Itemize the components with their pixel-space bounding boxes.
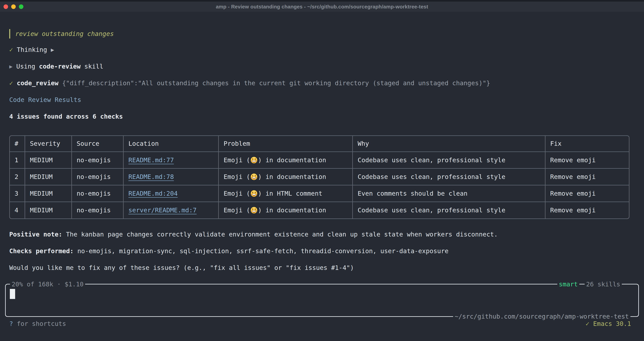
- status-bar: ? for shortcuts ✓ Emacs 30.1: [0, 320, 644, 328]
- cell-num: 2: [10, 168, 25, 185]
- cell-location: server/README.md:7: [124, 202, 218, 218]
- cell-why: Codebase uses clean, professional style: [353, 202, 545, 218]
- cell-severity: MEDIUM: [25, 185, 72, 202]
- problem-text-post: ) in documentation: [258, 206, 326, 214]
- col-header-why: Why: [353, 136, 545, 152]
- grinning-face-emoji: [250, 190, 258, 197]
- problem-text-pre: Emoji (: [224, 156, 250, 164]
- cell-problem: Emoji ( ) in documentation: [218, 152, 353, 168]
- positive-note: Positive note:The kanban page changes co…: [9, 230, 644, 239]
- grinning-face-emoji: [250, 173, 258, 180]
- grinning-face-emoji: [250, 207, 258, 214]
- cell-fix: Remove emoji: [545, 168, 629, 185]
- issues-tbody: 1MEDIUMno-emojisREADME.md:77Emoji ( ) in…: [10, 152, 629, 218]
- cell-source: no-emojis: [72, 168, 124, 185]
- cell-source: no-emojis: [72, 202, 124, 218]
- message-input-box[interactable]: 20% of 168k · $1.10 smart 26 skills ~/sr…: [5, 284, 639, 317]
- col-header-source: Source: [72, 136, 124, 152]
- location-link[interactable]: server/README.md:7: [128, 206, 196, 214]
- collapsed-triangle-icon[interactable]: ▶: [9, 63, 12, 70]
- cell-fix: Remove emoji: [545, 185, 629, 202]
- cell-why: Codebase uses clean, professional style: [353, 152, 545, 168]
- check-icon: ✓: [586, 320, 593, 328]
- cell-problem: Emoji ( ) in HTML comment: [218, 185, 353, 202]
- user-prompt-block: review outstanding changes: [9, 29, 644, 38]
- cell-problem: Emoji ( ) in documentation: [218, 202, 353, 218]
- cell-location: README.md:204: [124, 185, 218, 202]
- positive-note-text: The kanban page changes correctly valida…: [66, 231, 498, 238]
- cell-severity: MEDIUM: [25, 202, 72, 218]
- thinking-row[interactable]: ✓Thinking▶: [9, 45, 644, 54]
- thinking-label: Thinking: [17, 46, 47, 53]
- text-cursor: [10, 289, 15, 299]
- zoom-traffic-light-icon[interactable]: [19, 4, 24, 9]
- skill-name: code-review: [39, 63, 80, 70]
- location-link[interactable]: README.md:77: [128, 156, 174, 164]
- cell-severity: MEDIUM: [25, 152, 72, 168]
- cell-problem: Emoji ( ) in documentation: [218, 168, 353, 185]
- working-directory-label: ~/src/github.com/sourcegraph/amp-worktre…: [453, 313, 630, 320]
- col-header-location: Location: [124, 136, 218, 152]
- cell-why: Even comments should be clean: [353, 185, 545, 202]
- cell-location: README.md:78: [124, 168, 218, 185]
- cell-num: 1: [10, 152, 25, 168]
- tool-call-row[interactable]: ✓code_review{"diff_description":"All out…: [9, 79, 644, 87]
- problem-text-pre: Emoji (: [224, 173, 250, 181]
- user-prompt-text: review outstanding changes: [15, 30, 114, 37]
- window-title: amp - Review outstanding changes - ~/src…: [216, 4, 428, 10]
- cell-location: README.md:77: [124, 152, 218, 168]
- checks-performed: Checks performed:no-emojis, migration-sy…: [9, 247, 644, 255]
- col-header-problem: Problem: [218, 136, 353, 152]
- skills-count-label[interactable]: 26 skills: [585, 281, 622, 288]
- mode-badge[interactable]: smart: [557, 281, 579, 288]
- skill-prefix: Using: [16, 63, 35, 70]
- grinning-face-emoji: [250, 157, 258, 164]
- context-usage-label: 20% of 168k · $1.10: [10, 281, 85, 288]
- tool-name: code_review: [17, 79, 58, 87]
- cell-num: 3: [10, 185, 25, 202]
- window-top-edge: [0, 0, 644, 1]
- table-row: 2MEDIUMno-emojisREADME.md:78Emoji ( ) in…: [10, 168, 629, 185]
- check-icon: ✓: [9, 46, 13, 53]
- problem-text-post: ) in documentation: [258, 156, 326, 164]
- table-row: 3MEDIUMno-emojisREADME.md:204Emoji ( ) i…: [10, 185, 629, 202]
- issues-table: # Severity Source Location Problem Why F…: [9, 135, 630, 219]
- checks-performed-label: Checks performed:: [9, 247, 74, 255]
- table-row: 1MEDIUMno-emojisREADME.md:77Emoji ( ) in…: [10, 152, 629, 168]
- skill-suffix: skill: [84, 63, 103, 70]
- col-header-severity: Severity: [25, 136, 72, 152]
- cell-source: no-emojis: [72, 152, 124, 168]
- col-header-num: #: [10, 136, 25, 152]
- positive-note-label: Positive note:: [9, 231, 62, 238]
- table-row: 4MEDIUMno-emojisserver/README.md:7Emoji …: [10, 202, 629, 218]
- location-link[interactable]: README.md:78: [128, 173, 174, 181]
- problem-text-pre: Emoji (: [224, 190, 250, 197]
- shortcuts-hint[interactable]: ? for shortcuts: [9, 320, 66, 328]
- col-header-fix: Fix: [545, 136, 629, 152]
- problem-text-post: ) in documentation: [258, 173, 326, 181]
- problem-text-post: ) in HTML comment: [258, 190, 322, 197]
- cell-num: 4: [10, 202, 25, 218]
- terminal-transcript: review outstanding changes ✓Thinking▶ ▶U…: [0, 29, 644, 272]
- check-icon: ✓: [9, 79, 13, 87]
- close-traffic-light-icon[interactable]: [4, 4, 8, 9]
- cell-fix: Remove emoji: [545, 152, 629, 168]
- traffic-lights: [4, 4, 24, 9]
- location-link[interactable]: README.md:204: [128, 190, 178, 197]
- cell-severity: MEDIUM: [25, 168, 72, 185]
- issues-summary: 4 issues found across 6 checks: [9, 112, 644, 121]
- fix-question: Would you like me to fix any of these is…: [9, 263, 644, 272]
- cell-fix: Remove emoji: [545, 202, 629, 218]
- expand-triangle-icon[interactable]: ▶: [51, 46, 54, 53]
- minimize-traffic-light-icon[interactable]: [11, 4, 16, 9]
- editor-mode-indicator: ✓ Emacs 30.1: [586, 320, 631, 328]
- cell-why: Codebase uses clean, professional style: [353, 168, 545, 185]
- question-mark-icon[interactable]: ?: [9, 320, 13, 328]
- tool-args: {"diff_description":"All outstanding cha…: [62, 79, 490, 87]
- quote-bar: [9, 29, 10, 38]
- problem-text-pre: Emoji (: [224, 206, 250, 214]
- skill-row[interactable]: ▶Usingcode-reviewskill: [9, 62, 644, 71]
- table-header-row: # Severity Source Location Problem Why F…: [10, 136, 629, 152]
- section-heading: Code Review Results: [9, 95, 644, 104]
- window-titlebar[interactable]: amp - Review outstanding changes - ~/src…: [0, 1, 644, 12]
